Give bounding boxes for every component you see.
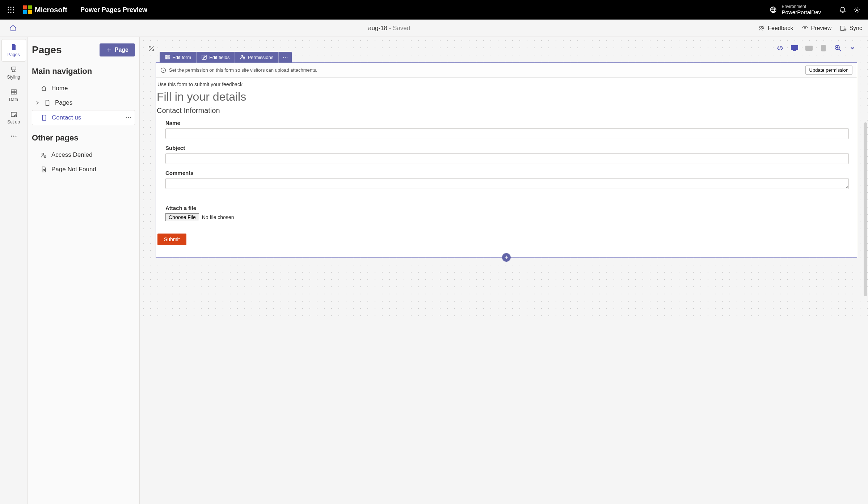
feedback-button[interactable]: Feedback: [758, 25, 793, 32]
svg-point-5: [13, 9, 14, 10]
command-bar: aug-18 - Saved Feedback Preview Sync: [0, 20, 868, 37]
environment-picker[interactable]: Environment PowerPortalDev: [770, 4, 821, 16]
preview-label: Preview: [811, 25, 832, 32]
svg-point-11: [856, 9, 858, 11]
global-header: Microsoft Power Pages Preview Environmen…: [0, 0, 868, 20]
microsoft-logo: Microsoft: [23, 5, 67, 14]
globe-icon: [770, 6, 777, 13]
svg-point-0: [8, 7, 9, 8]
notifications-button[interactable]: [835, 3, 850, 17]
preview-button[interactable]: Preview: [801, 25, 832, 32]
svg-point-4: [10, 9, 11, 10]
feedback-label: Feedback: [768, 25, 793, 32]
microsoft-logo-icon: [23, 5, 32, 14]
svg-point-13: [763, 26, 764, 27]
site-status: aug-18 - Saved: [20, 25, 758, 32]
svg-point-1: [10, 7, 11, 8]
save-status: - Saved: [387, 25, 410, 32]
microsoft-wordmark: Microsoft: [35, 6, 67, 14]
svg-point-7: [10, 12, 11, 13]
settings-button[interactable]: [850, 3, 864, 17]
svg-point-16: [844, 29, 846, 31]
svg-point-14: [804, 27, 806, 29]
app-launcher-button[interactable]: [4, 3, 18, 17]
svg-point-3: [8, 9, 9, 10]
home-button[interactable]: [6, 24, 20, 32]
environment-label: Environment: [782, 4, 821, 9]
site-name: aug-18: [368, 25, 387, 32]
sync-label: Sync: [849, 25, 862, 32]
sync-button[interactable]: Sync: [839, 25, 862, 32]
svg-point-12: [760, 26, 762, 28]
svg-point-2: [13, 7, 14, 8]
svg-point-6: [8, 12, 9, 13]
environment-name: PowerPortalDev: [782, 9, 821, 16]
svg-point-8: [13, 12, 14, 13]
app-title: Power Pages Preview: [80, 6, 147, 14]
